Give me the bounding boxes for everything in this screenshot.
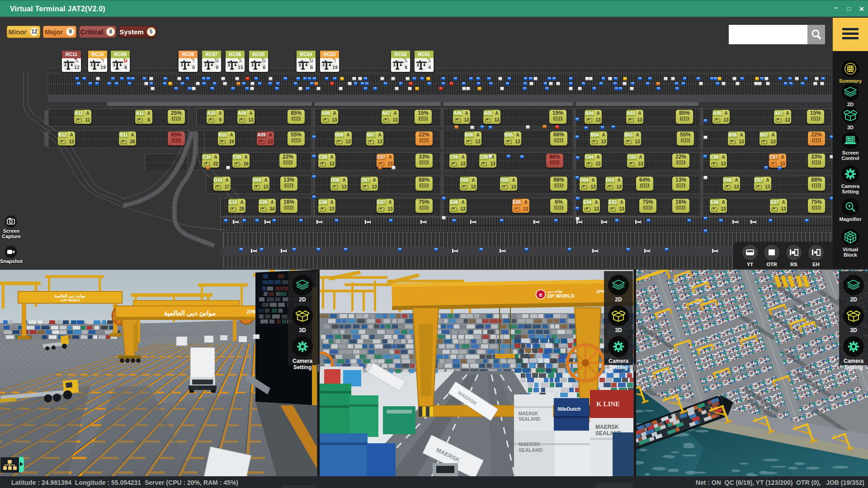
svg-text:NileDutch: NileDutch [557,406,581,412]
svg-text:موانئ دبي العالمية: موانئ دبي العالمية [164,309,216,318]
svg-text:MAERSK: MAERSK [519,441,540,447]
svg-text:● DP WORLD: ● DP WORLD [60,299,80,302]
svg-text:e: e [539,291,542,298]
svg-text:DP WORLD: DP WORLD [547,293,575,299]
svg-text:SEALAND: SEALAND [519,447,542,453]
svg-text:موانئ دبي العالمية: موانئ دبي العالمية [55,294,86,299]
svg-text:MAERSK: MAERSK [519,411,538,416]
svg-text:MAERSK: MAERSK [595,424,619,430]
svg-text:SEALAND: SEALAND [519,417,540,422]
svg-text:K LINE: K LINE [596,400,620,408]
